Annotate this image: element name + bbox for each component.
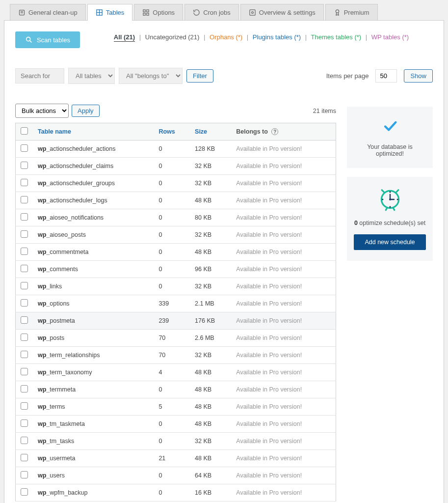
- cell-size: 176 KB: [190, 312, 231, 330]
- filter-orphans[interactable]: Orphans (*): [210, 33, 242, 41]
- clock-icon: [354, 188, 426, 213]
- cell-rows: 0: [154, 175, 190, 192]
- cell-size: 2.1 MB: [190, 295, 231, 312]
- filter-button[interactable]: Filter: [186, 69, 213, 83]
- row-checkbox[interactable]: [21, 162, 28, 169]
- row-checkbox[interactable]: [21, 213, 28, 221]
- row-checkbox[interactable]: [21, 402, 28, 410]
- all-tables-select[interactable]: All tables: [68, 68, 115, 84]
- settings-icon: [249, 9, 256, 16]
- cell-table-name: wp_commentmeta: [33, 244, 154, 261]
- show-button[interactable]: Show: [404, 69, 433, 83]
- table-row: wp_actionscheduler_claims032 KBAvailable…: [16, 158, 336, 175]
- svg-line-23: [382, 190, 384, 192]
- filter-all[interactable]: All (21): [114, 33, 135, 42]
- cleanup-icon: [18, 9, 26, 16]
- row-checkbox[interactable]: [21, 265, 28, 272]
- table-row: wp_wpfm_backup016 KBAvailable in Pro ver…: [16, 484, 336, 502]
- cell-belongs-to: Available in Pro version!: [231, 295, 336, 312]
- row-checkbox[interactable]: [21, 144, 28, 152]
- cell-size: 48 KB: [190, 381, 231, 398]
- add-schedule-button[interactable]: Add new schedule: [354, 234, 426, 250]
- row-checkbox[interactable]: [21, 471, 28, 478]
- cell-size: 96 KB: [190, 261, 231, 278]
- svg-rect-10: [250, 10, 255, 15]
- tab-general-cleanup[interactable]: General clean-up: [10, 4, 86, 21]
- header-size[interactable]: Size: [190, 123, 231, 140]
- header-table-name[interactable]: Table name: [33, 123, 154, 140]
- row-checkbox[interactable]: [21, 454, 28, 461]
- filter-uncategorized[interactable]: Uncategorized (21): [145, 33, 200, 41]
- filter-wp[interactable]: WP tables (*): [371, 33, 409, 41]
- cell-table-name: wp_term_taxonomy: [33, 364, 154, 381]
- svg-point-13: [26, 37, 30, 41]
- cell-rows: 0: [154, 467, 190, 484]
- row-checkbox[interactable]: [21, 196, 28, 203]
- table-row: wp_commentmeta048 KBAvailable in Pro ver…: [16, 244, 336, 261]
- tab-premium[interactable]: Premium: [325, 4, 378, 21]
- cell-table-name: wp_wpfm_backup: [33, 484, 154, 502]
- cell-rows: 0: [154, 209, 190, 226]
- row-checkbox[interactable]: [21, 334, 28, 341]
- filter-themes[interactable]: Themes tables (*): [311, 33, 362, 41]
- items-per-page-input[interactable]: [375, 69, 397, 83]
- tables-table: Table name Rows Size Belongs to ? wp_act…: [15, 123, 336, 502]
- cell-table-name: wp_terms: [33, 398, 154, 416]
- tab-overview-settings[interactable]: Overview & settings: [240, 4, 324, 21]
- row-checkbox[interactable]: [21, 368, 28, 375]
- svg-line-14: [30, 41, 32, 43]
- cell-table-name: wp_comments: [33, 261, 154, 278]
- row-checkbox[interactable]: [21, 316, 28, 324]
- belongs-to-select[interactable]: All "belongs to": [119, 68, 183, 84]
- bulk-actions-select-top[interactable]: Bulk actions: [15, 104, 69, 118]
- cell-rows: 0: [154, 226, 190, 244]
- table-row: wp_posts702.6 MBAvailable in Pro version…: [16, 330, 336, 347]
- select-all-checkbox[interactable]: [21, 127, 28, 135]
- filter-plugins[interactable]: Plugins tables (*): [253, 33, 301, 41]
- table-row: wp_usermeta2148 KBAvailable in Pro versi…: [16, 450, 336, 467]
- row-checkbox[interactable]: [21, 488, 28, 496]
- table-row: wp_postmeta239176 KBAvailable in Pro ver…: [16, 312, 336, 330]
- tab-label: Premium: [344, 9, 369, 16]
- table-row: wp_term_relationships7032 KBAvailable in…: [16, 347, 336, 364]
- panel: Scan tables All (21) | Uncategorized (21…: [4, 20, 444, 503]
- scan-tables-button[interactable]: Scan tables: [15, 31, 80, 48]
- cell-rows: 239: [154, 312, 190, 330]
- cell-rows: 70: [154, 347, 190, 364]
- row-checkbox[interactable]: [21, 385, 28, 392]
- cell-table-name: wp_options: [33, 295, 154, 312]
- cell-rows: 4: [154, 364, 190, 381]
- cell-rows: 0: [154, 244, 190, 261]
- tab-options[interactable]: Options: [134, 4, 183, 21]
- row-checkbox[interactable]: [21, 248, 28, 255]
- table-row: wp_links032 KBAvailable in Pro version!: [16, 278, 336, 295]
- tab-tables[interactable]: Tables: [87, 4, 133, 21]
- cell-size: 48 KB: [190, 244, 231, 261]
- row-checkbox[interactable]: [21, 282, 28, 289]
- apply-button-top[interactable]: Apply: [72, 105, 100, 117]
- row-checkbox[interactable]: [21, 351, 28, 358]
- cell-size: 64 KB: [190, 467, 231, 484]
- row-checkbox[interactable]: [21, 179, 28, 186]
- search-input[interactable]: [15, 68, 64, 84]
- cell-rows: 0: [154, 261, 190, 278]
- svg-point-22: [389, 198, 391, 200]
- help-icon[interactable]: ?: [271, 128, 278, 135]
- items-count-top: 21 items: [313, 108, 336, 114]
- row-checkbox[interactable]: [21, 230, 28, 238]
- tab-label: General clean-up: [28, 9, 78, 16]
- cell-rows: 0: [154, 158, 190, 175]
- cell-size: 32 KB: [190, 278, 231, 295]
- header-belongs-to: Belongs to ?: [231, 123, 336, 140]
- cell-table-name: wp_actionscheduler_actions: [33, 140, 154, 158]
- row-checkbox[interactable]: [21, 419, 28, 427]
- row-checkbox[interactable]: [21, 437, 28, 444]
- header-rows[interactable]: Rows: [154, 123, 190, 140]
- table-row: wp_tm_taskmeta048 KBAvailable in Pro ver…: [16, 416, 336, 433]
- schedule-card: 0 optimize schedule(s) set Add new sched…: [347, 177, 433, 261]
- tab-cron-jobs[interactable]: Cron jobs: [184, 4, 239, 21]
- cell-belongs-to: Available in Pro version!: [231, 398, 336, 416]
- row-checkbox[interactable]: [21, 299, 28, 307]
- svg-point-12: [336, 10, 339, 13]
- cell-table-name: wp_actionscheduler_groups: [33, 175, 154, 192]
